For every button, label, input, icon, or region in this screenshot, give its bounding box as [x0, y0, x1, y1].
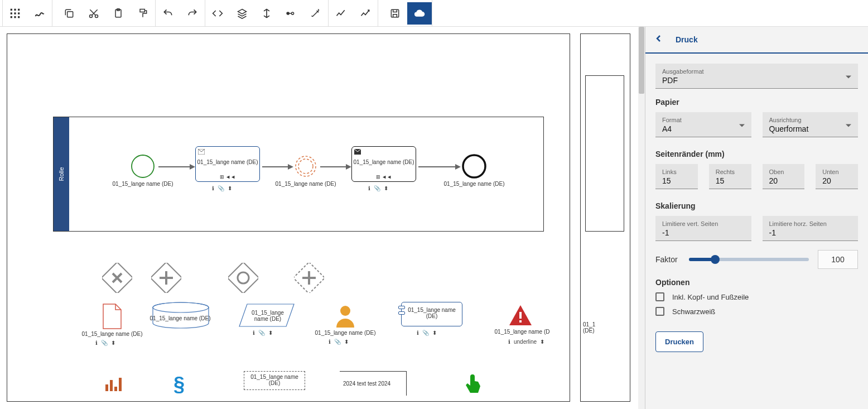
task-shape: 01_15_lange name (DE) ⊞ ◄◄ — [195, 146, 260, 182]
svg-point-39 — [340, 306, 350, 316]
chevron-down-icon — [846, 124, 851, 127]
toolbar — [0, 0, 868, 27]
layers-icon[interactable] — [230, 2, 254, 25]
undo-icon[interactable] — [156, 2, 180, 25]
print-button[interactable]: Drucken — [655, 331, 703, 352]
task-shape: 01_15_lange name (DE) ⊞ ◄◄ — [351, 146, 416, 182]
factor-value[interactable]: 100 — [818, 250, 858, 269]
svg-marker-27 — [346, 164, 351, 170]
cloud-upload-icon[interactable] — [407, 2, 432, 25]
factor-slider[interactable] — [689, 258, 809, 261]
node-label: 01_15_lange name (DE) — [441, 181, 508, 187]
format-painter-icon[interactable] — [131, 2, 155, 25]
arrow-icon — [158, 163, 195, 171]
svg-rect-8 — [18, 16, 20, 18]
paper-section-label: Papier — [655, 98, 858, 107]
envelope-icon — [198, 149, 205, 155]
svg-rect-4 — [14, 12, 16, 14]
gateway-parallel-dashed-icon — [294, 263, 324, 293]
attachment-icon: 📎 — [218, 185, 224, 191]
grid-icon[interactable] — [3, 2, 27, 25]
format-select[interactable]: Format A4 — [655, 112, 751, 137]
orientation-select[interactable]: Ausrichtung Querformat — [763, 112, 859, 137]
svg-rect-41 — [519, 320, 522, 323]
margin-right-input[interactable]: Rechts — [709, 164, 751, 189]
arrow-icon — [418, 163, 461, 171]
bw-checkbox[interactable]: Schwarzweiß — [655, 307, 858, 316]
intermediate-event-icon — [293, 154, 318, 179]
svg-rect-34 — [228, 263, 258, 293]
touch-icon — [461, 373, 481, 396]
print-panel: Druck Ausgabeformat PDF Papier Format A4… — [645, 27, 868, 409]
bar-chart-icon — [104, 376, 124, 392]
chevron-down-icon — [846, 76, 851, 79]
page2-node-label: 01_1(DE) — [583, 321, 595, 334]
svg-rect-2 — [18, 8, 20, 10]
svg-rect-40 — [519, 312, 522, 319]
chart-trend-icon[interactable] — [353, 2, 378, 25]
gateway-inclusive-icon — [228, 263, 258, 293]
scaling-section-label: Skalierung — [655, 201, 858, 210]
svg-rect-1 — [14, 8, 16, 10]
limit-vert-input[interactable]: Limitiere vert. Seiten — [655, 216, 751, 241]
svg-point-16 — [291, 12, 293, 14]
copy-icon[interactable] — [57, 2, 81, 25]
canvas-area[interactable]: Rolle 01_15_lange name (DE) 01_15_lange … — [0, 27, 645, 409]
code-icon[interactable] — [205, 2, 230, 25]
back-button[interactable] — [655, 35, 662, 45]
group-shape: 01_15_lange name (DE) — [244, 371, 305, 390]
svg-rect-3 — [11, 12, 12, 14]
svg-rect-43 — [110, 380, 113, 391]
svg-rect-7 — [14, 16, 16, 18]
print-page-2: 01_1(DE) — [580, 33, 630, 402]
margin-bottom-input[interactable]: Unten — [816, 164, 858, 189]
info-icon: ℹ — [212, 185, 214, 191]
limit-horz-input[interactable]: Limitiere horz. Seiten — [763, 216, 859, 241]
align-vertical-icon[interactable] — [254, 2, 279, 25]
start-event-icon — [129, 153, 156, 180]
factor-label: Faktor — [655, 255, 680, 264]
draw-icon[interactable] — [27, 2, 52, 25]
options-section-label: Optionen — [655, 278, 858, 287]
envelope-filled-icon — [354, 149, 361, 155]
margin-top-input[interactable]: Oben — [763, 164, 805, 189]
arrow-icon — [262, 163, 293, 171]
text-annotation: 2024 text test 2024 — [340, 371, 407, 396]
data-object-icon — [100, 302, 124, 331]
redo-icon[interactable] — [180, 2, 205, 25]
output-format-select[interactable]: Ausgabeformat PDF — [655, 64, 858, 89]
chart-line-icon[interactable] — [329, 2, 353, 25]
svg-rect-5 — [18, 12, 20, 14]
chevron-down-icon — [739, 124, 745, 127]
margin-left-input[interactable]: Links — [655, 164, 698, 189]
arrow-icon — [320, 163, 351, 171]
gateway-exclusive-icon — [102, 263, 132, 293]
warning-icon — [507, 303, 534, 328]
magic-icon[interactable] — [303, 2, 328, 25]
connection-dots-icon[interactable] — [279, 2, 303, 25]
svg-point-18 — [132, 155, 154, 177]
swimlane: Rolle 01_15_lange name (DE) 01_15_lange … — [53, 117, 544, 232]
svg-rect-14 — [140, 9, 144, 12]
save-icon[interactable] — [383, 2, 407, 25]
svg-rect-0 — [11, 8, 12, 10]
hierarchy-icon: ⬍ — [228, 185, 232, 191]
panel-title: Druck — [676, 35, 698, 44]
swimlane-header: Rolle — [54, 117, 69, 231]
hierarchy-icon: ⬍ — [384, 185, 388, 191]
cut-icon[interactable] — [81, 2, 106, 25]
attachment-icon: 📎 — [374, 185, 380, 191]
margins-section-label: Seitenränder (mm) — [655, 150, 858, 158]
svg-rect-6 — [11, 16, 12, 18]
linked-task-shape: 01_15_lange name (DE) — [401, 302, 462, 326]
header-footer-checkbox[interactable]: Inkl. Kopf- und Fußzeile — [655, 292, 858, 301]
svg-rect-42 — [105, 384, 108, 391]
svg-point-31 — [463, 155, 485, 177]
node-label: 01_15_lange name (DE) — [109, 181, 176, 187]
svg-rect-44 — [114, 387, 117, 391]
svg-rect-17 — [391, 9, 398, 17]
svg-point-25 — [298, 159, 313, 174]
vertical-scrollbar[interactable] — [638, 27, 645, 409]
paste-icon[interactable] — [106, 2, 131, 25]
node-label: 01_15_lange name (DE) — [272, 181, 339, 187]
